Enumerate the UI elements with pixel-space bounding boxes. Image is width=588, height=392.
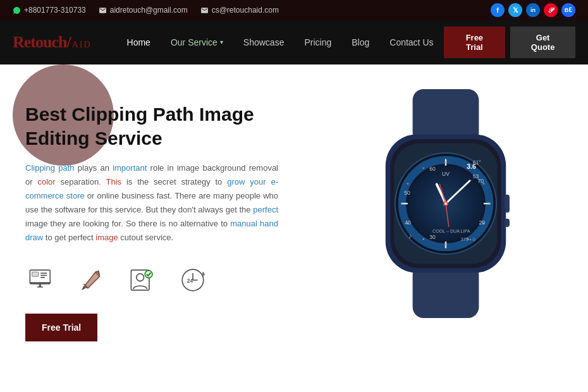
- hero-image: UV 70 60 50 20 40 30 3.6 53 61°: [303, 64, 588, 330]
- svg-point-52: [444, 202, 447, 205]
- svg-rect-59: [505, 219, 510, 227]
- svg-text:60: 60: [429, 166, 436, 172]
- facebook-icon[interactable]: f: [491, 3, 505, 17]
- svg-text:COOL – DUA LIPA: COOL – DUA LIPA: [432, 229, 470, 234]
- get-quote-button[interactable]: Get Quote: [510, 27, 575, 58]
- svg-text:24: 24: [187, 278, 193, 284]
- email1-item: aidretouch@gmail.com: [99, 6, 188, 15]
- social-icons: f 𝕏 in 𝒫 Bℇ: [491, 3, 575, 17]
- svg-text:61°: 61°: [473, 159, 481, 166]
- phone-number: +8801773-310733: [24, 6, 86, 15]
- nav-item-blog[interactable]: Blog: [341, 20, 379, 64]
- nav-item-home[interactable]: Home: [117, 20, 161, 64]
- hero-title: Best Clipping Path Image Editing Service: [25, 102, 278, 150]
- svg-rect-58: [505, 195, 510, 213]
- behance-icon[interactable]: Bℇ: [561, 3, 575, 17]
- clock-24-icon: 24: [177, 264, 209, 296]
- twitter-icon[interactable]: 𝕏: [508, 3, 522, 17]
- svg-text:♪: ♪: [408, 232, 412, 240]
- svg-point-34: [444, 243, 447, 246]
- svg-text:20: 20: [479, 219, 485, 226]
- svg-point-31: [488, 202, 491, 205]
- svg-text:50: 50: [404, 190, 410, 196]
- nav-link-showcase[interactable]: Showcase: [233, 20, 295, 64]
- logo: Retouch/AID: [13, 33, 92, 52]
- monitor-icon: [25, 264, 57, 296]
- nav-item-pricing[interactable]: Pricing: [294, 20, 341, 64]
- top-bar-contacts: +8801773-310733 aidretouch@gmail.com cs@…: [13, 6, 475, 15]
- svg-text:30: 30: [429, 234, 436, 240]
- svg-text:40: 40: [405, 219, 411, 226]
- feature-icons: 24: [25, 264, 278, 296]
- nav-link-our-service[interactable]: Our Service: [161, 20, 233, 64]
- svg-text:53: 53: [473, 173, 479, 180]
- linkedin-icon[interactable]: in: [526, 3, 540, 17]
- watch-illustration: UV 70 60 50 20 40 30 3.6 53 61°: [338, 77, 553, 330]
- person-check-icon: [126, 264, 158, 296]
- pen-icon: [76, 264, 107, 296]
- nav-links: Home Our Service Showcase Pricing Blog C…: [117, 20, 444, 64]
- svg-point-28: [444, 161, 447, 164]
- email2-item: cs@retouchaid.com: [200, 6, 279, 15]
- svg-point-35: [422, 238, 424, 240]
- svg-point-39: [422, 167, 424, 169]
- navbar: Retouch/AID Home Our Service Showcase Pr…: [0, 20, 588, 64]
- svg-point-11: [137, 273, 144, 281]
- top-bar: +8801773-310733 aidretouch@gmail.com cs@…: [0, 0, 588, 20]
- free-trial-button[interactable]: Free Trial: [444, 27, 506, 58]
- phone-item: +8801773-310733: [13, 6, 86, 15]
- svg-point-37: [401, 202, 404, 205]
- hero-body: Clipping path plays an important role in…: [25, 161, 278, 245]
- svg-point-38: [407, 183, 409, 185]
- nav-item-showcase[interactable]: Showcase: [233, 20, 295, 64]
- nav-item-our-service[interactable]: Our Service: [161, 20, 233, 64]
- nav-link-blog[interactable]: Blog: [341, 20, 379, 64]
- hero-content: Best Clipping Path Image Editing Service…: [0, 64, 303, 367]
- svg-text:375 • ⊙: 375 • ⊙: [461, 237, 476, 242]
- svg-text:UV: UV: [442, 171, 450, 177]
- nav-item-contact-us[interactable]: Contact Us: [379, 20, 443, 64]
- svg-rect-5: [32, 272, 39, 276]
- email2: cs@retouchaid.com: [212, 6, 279, 15]
- nav-link-home[interactable]: Home: [117, 20, 161, 64]
- nav-buttons: Free Trial Get Quote: [444, 27, 575, 58]
- pinterest-icon[interactable]: 𝒫: [544, 3, 558, 17]
- hero-section: Best Clipping Path Image Editing Service…: [0, 64, 588, 392]
- nav-link-pricing[interactable]: Pricing: [294, 20, 341, 64]
- hero-free-trial-button[interactable]: Free Trial: [25, 314, 97, 341]
- nav-link-contact-us[interactable]: Contact Us: [379, 20, 443, 64]
- email1: aidretouch@gmail.com: [110, 6, 188, 15]
- logo-text: Retouch/AID: [13, 33, 92, 52]
